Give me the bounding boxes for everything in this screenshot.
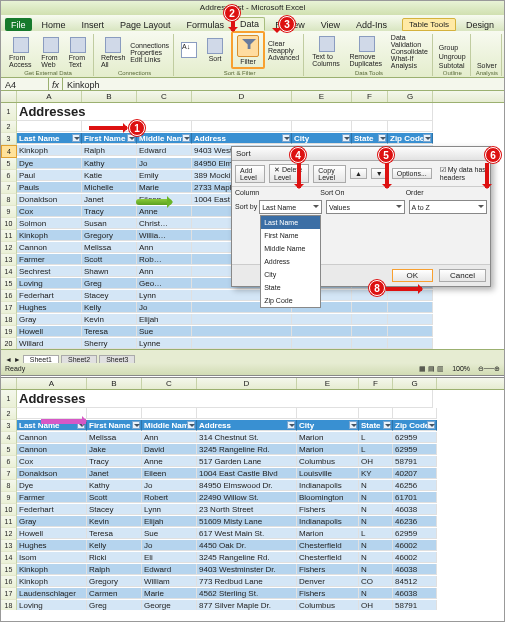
table-cell[interactable]: Edward — [142, 564, 197, 575]
filter-dropdown-icon[interactable] — [378, 134, 386, 142]
table-cell[interactable] — [352, 302, 388, 313]
table-cell[interactable]: 58791 — [393, 456, 437, 467]
table-cell[interactable]: 4450 Oak Dr. — [197, 540, 297, 551]
table-header-last-name[interactable]: Last Name — [17, 133, 82, 144]
table-cell[interactable]: Kathy — [82, 158, 137, 169]
table-cell[interactable]: 617 West Main St. — [197, 528, 297, 539]
col-header-C[interactable]: C — [142, 378, 197, 389]
name-box[interactable]: A4 — [1, 78, 49, 90]
dropdown-option[interactable]: Address — [261, 255, 320, 268]
col-header-A[interactable]: A — [17, 91, 82, 102]
filter-dropdown-icon[interactable] — [187, 421, 195, 429]
table-cell[interactable]: Chesterfield — [297, 540, 359, 551]
table-cell[interactable]: 46236 — [393, 516, 437, 527]
table-cell[interactable]: Laudenschlager — [17, 588, 87, 599]
table-cell[interactable]: L — [359, 444, 393, 455]
table-header-first-name[interactable]: First Name — [82, 133, 137, 144]
table-cell[interactable]: Cannon — [17, 242, 82, 253]
table-cell[interactable]: Gray — [17, 314, 82, 325]
what-if-button[interactable]: What-If Analysis — [390, 55, 429, 69]
table-cell[interactable] — [352, 338, 388, 349]
table-cell[interactable]: Christ… — [137, 218, 192, 229]
filter-dropdown-icon[interactable] — [282, 134, 290, 142]
tab-file[interactable]: File — [5, 18, 32, 31]
table-cell[interactable]: Marion — [297, 528, 359, 539]
table-cell[interactable]: Anne — [137, 206, 192, 217]
col-header-E[interactable]: E — [297, 378, 359, 389]
table-cell[interactable]: Fishers — [297, 504, 359, 515]
table-cell[interactable]: Ralph — [87, 564, 142, 575]
table-cell[interactable]: Edward — [137, 145, 192, 156]
table-cell[interactable]: Cannon — [17, 444, 87, 455]
dropdown-option[interactable]: City — [261, 268, 320, 281]
table-cell[interactable]: Tracy — [82, 206, 137, 217]
subtotal-button[interactable]: Subtotal — [438, 62, 466, 69]
table-cell[interactable]: Farmer — [17, 254, 82, 265]
text-to-columns-button[interactable]: Text to Columns — [309, 35, 344, 68]
dropdown-option[interactable]: Last Name — [261, 216, 320, 229]
table-cell[interactable]: Janet — [82, 194, 137, 205]
ungroup-button[interactable]: Ungroup — [438, 53, 467, 60]
table-cell[interactable]: 46002 — [393, 540, 437, 551]
table-cell[interactable]: 46038 — [393, 588, 437, 599]
table-cell[interactable]: Susan — [82, 218, 137, 229]
table-cell[interactable]: Greg — [87, 600, 142, 610]
sort-az-button[interactable]: A↓ — [179, 41, 199, 59]
dropdown-option[interactable]: First Name — [261, 229, 320, 242]
filter-dropdown-icon[interactable] — [132, 421, 140, 429]
table-cell[interactable]: David — [142, 444, 197, 455]
table-cell[interactable]: Carmen — [87, 588, 142, 599]
table-cell[interactable]: N — [359, 492, 393, 503]
table-cell[interactable]: 62959 — [393, 444, 437, 455]
zoom-level[interactable]: 100% — [452, 363, 470, 375]
filter-dropdown-icon[interactable] — [72, 134, 80, 142]
table-cell[interactable]: 46038 — [393, 504, 437, 515]
table-cell[interactable]: Sue — [142, 528, 197, 539]
tab-insert[interactable]: Insert — [76, 18, 111, 31]
options-button[interactable]: Options... — [392, 168, 432, 179]
table-cell[interactable]: Greg — [82, 278, 137, 289]
table-cell[interactable] — [388, 326, 433, 337]
table-cell[interactable]: Ann — [137, 242, 192, 253]
table-cell[interactable]: Fishers — [297, 588, 359, 599]
table-cell[interactable]: 877 Silver Maple Dr. — [197, 600, 297, 610]
table-cell[interactable]: Denver — [297, 576, 359, 587]
col-header-D[interactable]: D — [192, 91, 292, 102]
table-cell[interactable]: 58791 — [393, 600, 437, 610]
remove-duplicates-button[interactable]: Remove Duplicates — [346, 35, 387, 68]
sort-column-select[interactable]: Last NameLast NameFirst NameMiddle NameA… — [259, 200, 322, 214]
table-header-address[interactable]: Address — [192, 133, 292, 144]
table-cell[interactable] — [192, 314, 292, 325]
table-cell[interactable]: Howell — [17, 326, 82, 337]
table-cell[interactable]: Rob… — [137, 254, 192, 265]
table-cell[interactable]: Jo — [142, 540, 197, 551]
table-cell[interactable]: 46256 — [393, 480, 437, 491]
table-cell[interactable]: Columbus — [297, 600, 359, 610]
tab-formulas[interactable]: Formulas — [181, 18, 231, 31]
table-cell[interactable]: 22490 Willow St. — [197, 492, 297, 503]
table-cell[interactable] — [292, 314, 352, 325]
sort-order-select[interactable]: A to Z — [409, 200, 488, 214]
table-cell[interactable]: Gregory — [82, 230, 137, 241]
table-cell[interactable] — [388, 314, 433, 325]
table-cell[interactable]: Hughes — [17, 302, 82, 313]
table-header-city[interactable]: City — [297, 420, 359, 431]
col-header-E[interactable]: E — [292, 91, 352, 102]
table-cell[interactable]: 61701 — [393, 492, 437, 503]
sort-button[interactable]: Sort — [201, 37, 229, 63]
table-cell[interactable]: Scott — [82, 254, 137, 265]
table-cell[interactable]: Indianapolis — [297, 516, 359, 527]
table-cell[interactable]: Hughes — [17, 540, 87, 551]
table-cell[interactable]: Donaldson — [17, 194, 82, 205]
table-cell[interactable] — [388, 302, 433, 313]
tab-design[interactable]: Design — [460, 18, 500, 31]
table-cell[interactable]: Ann — [137, 266, 192, 277]
table-cell[interactable]: Louisville — [297, 468, 359, 479]
table-cell[interactable]: Kelly — [87, 540, 142, 551]
col-header-F[interactable]: F — [359, 378, 393, 389]
consolidate-button[interactable]: Consolidate — [390, 48, 429, 55]
table-cell[interactable]: Willard — [17, 338, 82, 349]
table-cell[interactable]: 51609 Misty Lane — [197, 516, 297, 527]
table-cell[interactable]: Gregory — [87, 576, 142, 587]
table-cell[interactable]: Bloomington — [297, 492, 359, 503]
